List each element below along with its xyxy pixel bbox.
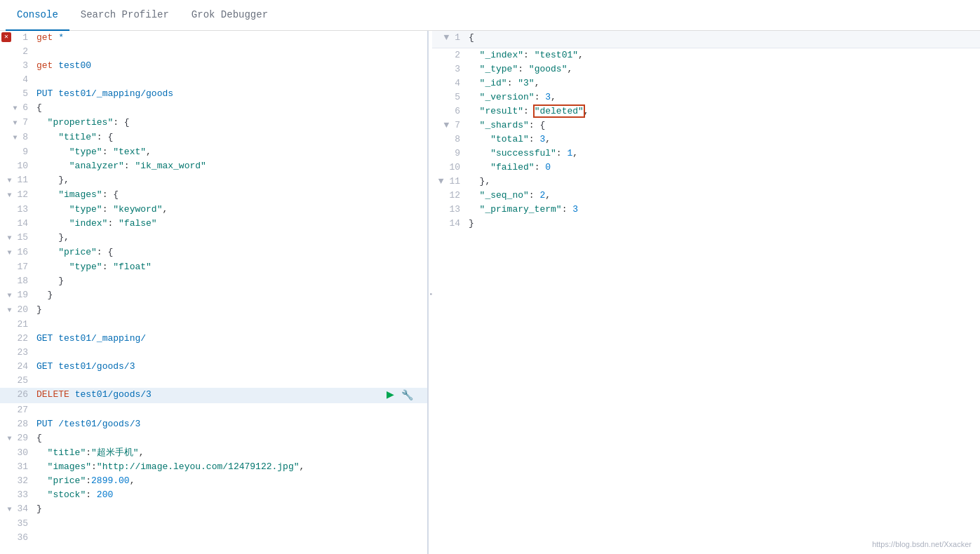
editor-line-28: 28 PUT /test01/goods/3 (0, 417, 427, 431)
output-gutter-10: 10 (432, 161, 466, 175)
line-content-27 (34, 403, 385, 417)
run-button[interactable]: ▶ (387, 388, 394, 402)
output-lines: ▼ 1 { 2 "_index": "test01", 3 "_type": "… (432, 31, 980, 231)
line-actions-4 (385, 73, 427, 87)
fold-icon-16[interactable]: ▼ (8, 249, 12, 257)
gutter-7: ▼ 7 (0, 116, 34, 130)
output-content-9: "successful": 1, (466, 147, 980, 161)
code-editor[interactable]: ✕ 1 get * 2 3 get test00 (0, 31, 427, 554)
line-content-21 (34, 318, 385, 332)
editor-line-27: 27 (0, 403, 427, 417)
line-actions-21 (385, 318, 427, 332)
gutter-2: 2 (0, 45, 34, 59)
output-fold-11[interactable]: ▼ (438, 176, 444, 187)
output-content-10: "failed": 0 (466, 161, 980, 175)
gutter-3: 3 (0, 59, 34, 73)
fold-icon-19[interactable]: ▼ (8, 292, 12, 299)
tab-console[interactable]: Console (6, 0, 69, 31)
output-gutter-2: 2 (432, 48, 466, 62)
fold-icon-15[interactable]: ▼ (8, 234, 12, 242)
editor-line-33: 33 "stock": 200 (0, 488, 427, 502)
line-content-33: "stock": 200 (34, 488, 385, 502)
tab-search-profiler[interactable]: Search Profiler (69, 0, 180, 31)
tab-grok-debugger[interactable]: Grok Debugger (180, 0, 279, 31)
fold-icon-34[interactable]: ▼ (8, 506, 12, 513)
line-content-23 (34, 346, 385, 360)
settings-button[interactable]: 🔧 (401, 389, 413, 403)
line-actions-16 (385, 245, 427, 260)
line-actions-33 (385, 488, 427, 502)
gutter-31: 31 (0, 460, 34, 474)
gutter-1: ✕ 1 (0, 31, 34, 45)
line-actions-23 (385, 346, 427, 360)
gutter-30: 30 (0, 446, 34, 460)
line-content-20: } (34, 303, 385, 318)
line-content-1: get * (34, 31, 385, 45)
output-content-14: } (466, 217, 980, 231)
fold-icon-11[interactable]: ▼ (8, 177, 12, 184)
fold-icon-6[interactable]: ▼ (13, 104, 17, 112)
line-actions-25 (385, 374, 427, 388)
line-actions-14 (385, 217, 427, 231)
line-actions-1 (385, 31, 427, 45)
line-actions-6 (385, 101, 427, 116)
gutter-27: 27 (0, 403, 34, 417)
output-line-8: 8 "total": 3, (432, 133, 980, 147)
line-content-4 (34, 73, 385, 87)
gutter-15: ▼ 15 (0, 231, 34, 245)
editor-line-18: 18 } (0, 274, 427, 288)
output-display[interactable]: ▼ 1 { 2 "_index": "test01", 3 "_type": "… (432, 31, 980, 554)
editor-line-20: ▼ 20 } (0, 303, 427, 318)
line-content-31: "images":"http://image.leyou.com/1247912… (34, 460, 385, 474)
gutter-9: 9 (0, 145, 34, 159)
line-content-15: }, (34, 231, 385, 245)
output-line-5: 5 "_version": 3, (432, 90, 980, 104)
output-pane: ▼ 1 { 2 "_index": "test01", 3 "_type": "… (432, 31, 980, 554)
editor-line-31: 31 "images":"http://image.leyou.com/1247… (0, 460, 427, 474)
line-actions-19 (385, 288, 427, 303)
fold-icon-20[interactable]: ▼ (8, 306, 12, 314)
editor-line-11: ▼ 11 }, (0, 173, 427, 188)
output-line-12: 12 "_seq_no": 2, (432, 189, 980, 203)
editor-line-10: 10 "analyzer": "ik_max_word" (0, 159, 427, 173)
editor-line-12: ▼ 12 "images": { (0, 188, 427, 203)
line-content-29: { (34, 431, 385, 446)
output-line-11: ▼ 11 }, (432, 175, 980, 189)
editor-line-24: 24 GET test01/goods/3 (0, 360, 427, 374)
gutter-32: 32 (0, 474, 34, 488)
line-content-12: "images": { (34, 188, 385, 203)
line-content-7: "properties": { (34, 116, 385, 130)
gutter-10: 10 (0, 159, 34, 173)
output-fold-1[interactable]: ▼ (444, 32, 450, 43)
line-content-30: "title":"超米手机", (34, 446, 385, 460)
line-content-8: "title": { (34, 130, 385, 145)
line-actions-11 (385, 173, 427, 188)
editor-line-30: 30 "title":"超米手机", (0, 446, 427, 460)
gutter-35: 35 (0, 517, 34, 531)
fold-icon-29[interactable]: ▼ (8, 435, 12, 442)
output-gutter-4: 4 (432, 76, 466, 90)
line-content-6: { (34, 101, 385, 116)
line-actions-15 (385, 231, 427, 245)
gutter-21: 21 (0, 318, 34, 332)
line-actions-34 (385, 502, 427, 517)
output-fold-7[interactable]: ▼ (444, 120, 450, 130)
editor-line-9: 9 "type": "text", (0, 145, 427, 159)
editor-line-25: 25 (0, 374, 427, 388)
gutter-12: ▼ 12 (0, 188, 34, 203)
line-actions-35 (385, 517, 427, 531)
output-line-6: 6 "result": "deleted", (432, 104, 980, 119)
editor-line-26: 26 DELETE test01/goods/3 ▶ 🔧 (0, 388, 427, 403)
gutter-17: 17 (0, 260, 34, 274)
tab-bar: Console Search Profiler Grok Debugger (0, 0, 980, 31)
fold-icon-7[interactable]: ▼ (13, 119, 17, 127)
fold-icon-12[interactable]: ▼ (8, 191, 12, 199)
output-gutter-13: 13 (432, 203, 466, 217)
gutter-22: 22 (0, 332, 34, 346)
watermark: https://blog.bsdn.net/Xxacker (872, 540, 972, 548)
fold-icon-8[interactable]: ▼ (13, 134, 17, 142)
editor-line-29: ▼ 29 { (0, 431, 427, 446)
output-gutter-9: 9 (432, 147, 466, 161)
output-line-1: ▼ 1 { (432, 31, 980, 48)
editor-line-14: 14 "index": "false" (0, 217, 427, 231)
